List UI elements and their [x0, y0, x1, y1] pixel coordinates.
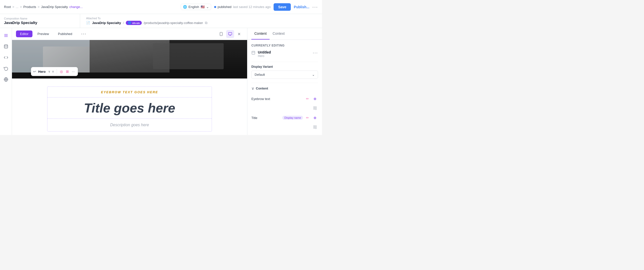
right-panel-content: Currently Editing Untitled Hero ··· Disp…	[247, 40, 322, 135]
attached-label: Attached To	[86, 17, 208, 20]
title-add-icon[interactable]: ⊕	[312, 115, 318, 121]
top-bar-right: 🌐 English 🇺🇸 ⌄ published last saved 12 m…	[181, 3, 318, 11]
breadcrumb-root[interactable]: Root	[4, 5, 11, 9]
eyebrow-link-row: ⛓	[251, 105, 318, 113]
left-sidebar	[0, 28, 12, 135]
component-toolbar: ↩ Hero ∨ ∧ ◎ ⊞ ···	[31, 67, 78, 76]
publish-status: published last saved 12 minutes ago	[214, 5, 271, 9]
attached-doc-name: JavaDrip Specialty	[92, 21, 121, 25]
mobile-view-button[interactable]	[217, 30, 225, 38]
locale-label: en-us	[132, 22, 140, 25]
eyebrow-content-row: Eyebrow text ✏ ⊕	[251, 94, 318, 103]
eyebrow-block[interactable]: EYEBROW TEXT GOES HERE	[48, 87, 212, 97]
component-more-icon[interactable]: ···	[71, 69, 76, 74]
close-editor-button[interactable]	[235, 30, 243, 38]
component-actions: ◎ ⊞ ···	[59, 69, 76, 74]
content-section-label: Content	[256, 86, 268, 90]
breadcrumb-ellipsis: ...	[16, 5, 18, 9]
svg-point-3	[4, 45, 8, 46]
main-layout: Editor Preview Published ···	[0, 28, 322, 135]
resize-area: ⤢	[251, 134, 318, 135]
editing-component-sub: Hero	[258, 54, 310, 58]
editing-component-name: Untitled	[258, 50, 310, 54]
composition-name-input[interactable]	[4, 21, 74, 25]
breadcrumb-sep2: >	[20, 5, 22, 9]
eyebrow-add-icon[interactable]: ⊕	[312, 96, 318, 102]
editor-area: Editor Preview Published ···	[12, 28, 247, 135]
resize-icon[interactable]: ⤢	[316, 134, 318, 135]
sidebar-icon-layers[interactable]	[2, 31, 10, 40]
tab-editor[interactable]: Editor	[16, 31, 32, 37]
globe-small-icon: 🌐	[128, 21, 131, 25]
sidebar-icon-globe[interactable]	[2, 75, 10, 84]
content-section-header[interactable]: ∨ Content	[251, 86, 318, 91]
publish-button[interactable]: Publish...	[294, 5, 309, 9]
tab-more[interactable]: ···	[77, 30, 90, 38]
desktop-view-button[interactable]	[226, 30, 234, 38]
sidebar-icon-code[interactable]	[2, 53, 10, 62]
sidebar-icon-database[interactable]	[2, 42, 10, 51]
title-field-actions: Display name ✏ ⊕	[282, 115, 318, 121]
title-link-icon[interactable]: ⛓	[312, 124, 318, 130]
component-chevron-down[interactable]: ∨	[48, 69, 51, 74]
breadcrumb-sep1: >	[12, 5, 14, 9]
editing-info: Untitled Hero	[258, 50, 310, 58]
hero-content-block[interactable]: EYEBROW TEXT GOES HERE Title goes here D…	[47, 86, 212, 131]
toolbar-separator	[57, 69, 57, 74]
divider-2	[251, 83, 318, 83]
breadcrumb-sep3: >	[38, 5, 40, 9]
component-chevron-up[interactable]: ∧	[52, 69, 55, 74]
component-back-button[interactable]: ↩	[33, 69, 36, 73]
title-field-label: Title	[251, 116, 282, 120]
attached-section: Attached To 📄 JavaDrip Specialty / 🌐 en-…	[80, 14, 208, 28]
svg-rect-8	[228, 33, 232, 35]
tab-preview[interactable]: Preview	[34, 31, 53, 37]
description-block[interactable]: Description goes here	[48, 119, 212, 131]
eyebrow-field-actions: ✏ ⊕	[304, 96, 318, 102]
eyebrow-link-icon[interactable]: ⛓	[312, 105, 318, 111]
locale-badge[interactable]: 🌐 en-us	[126, 21, 142, 25]
title-content-row: Title Display name ✏ ⊕	[251, 113, 318, 122]
svg-rect-6	[220, 32, 222, 36]
display-name-badge: Display name	[282, 116, 303, 120]
last-saved-text: last saved 12 minutes ago	[233, 5, 270, 9]
right-panel: Content Context Currently Editing Untitl…	[247, 28, 322, 135]
more-options-button[interactable]: ···	[312, 4, 318, 10]
language-label: English	[188, 5, 199, 9]
variant-chevron-icon: ⌄	[312, 73, 315, 76]
divider-1	[251, 62, 318, 62]
title-edit-icon[interactable]: ✏	[304, 115, 310, 121]
tab-context[interactable]: Context	[270, 28, 288, 40]
breadcrumb-change-link[interactable]: change...	[70, 5, 83, 9]
url-slash: /	[123, 21, 124, 25]
hero-image-segment-3	[170, 40, 247, 72]
title-block[interactable]: Title goes here	[48, 97, 212, 119]
breadcrumb-products[interactable]: Products	[24, 5, 36, 9]
editing-item: Untitled Hero ···	[251, 50, 318, 58]
tab-published[interactable]: Published	[54, 31, 76, 37]
tab-content[interactable]: Content	[251, 28, 270, 40]
title-link-row: ⛓	[251, 124, 318, 132]
composition-name-label: Composition Name	[4, 17, 74, 20]
globe-icon: 🌐	[183, 5, 187, 9]
url-path: /products/javadrip-specialty-coffee-make…	[144, 21, 203, 25]
copy-icon[interactable]: ⧉	[205, 21, 208, 25]
save-button[interactable]: Save	[274, 3, 291, 11]
language-selector[interactable]: 🌐 English 🇺🇸 ⌄	[181, 4, 211, 10]
title-text: Title goes here	[84, 101, 175, 115]
editing-more-button[interactable]: ···	[313, 50, 318, 56]
display-variant-select[interactable]: Default ⌄	[251, 70, 318, 79]
currently-editing-label: Currently Editing	[251, 44, 318, 47]
composition-name-section: Composition Name	[4, 14, 74, 28]
published-dot	[214, 6, 216, 8]
variant-default-label: Default	[254, 73, 265, 76]
eyebrow-edit-icon[interactable]: ✏	[304, 96, 310, 102]
svg-rect-13	[252, 51, 255, 54]
content-collapse-icon: ∨	[251, 86, 254, 91]
eyebrow-field-label: Eyebrow text	[251, 97, 304, 101]
canvas-spacer	[12, 78, 247, 82]
component-target-icon[interactable]: ◎	[59, 69, 64, 74]
component-name-label: Hero	[38, 70, 46, 73]
sidebar-icon-history[interactable]	[2, 64, 10, 73]
component-grid-icon[interactable]: ⊞	[65, 69, 70, 74]
